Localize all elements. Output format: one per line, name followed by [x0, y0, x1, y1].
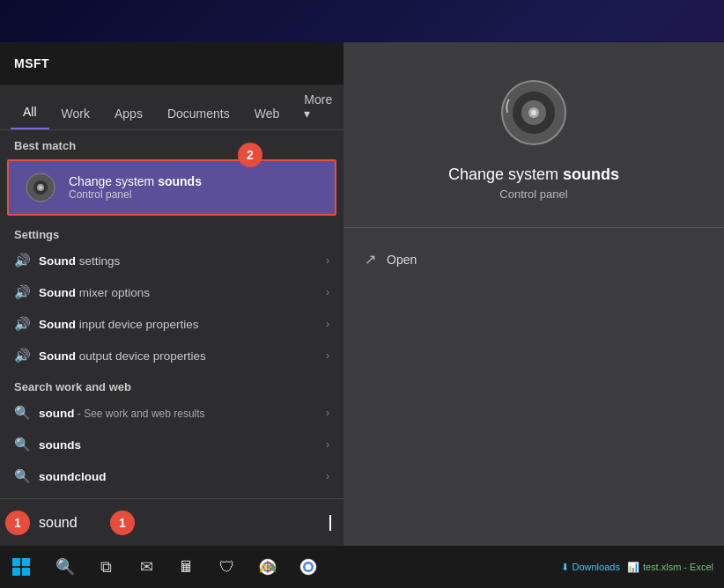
badge-circle-1b: 1: [110, 511, 135, 535]
tab-more[interactable]: More ▾: [292, 84, 344, 129]
excel-label: test.xlsm - Excel: [643, 562, 713, 572]
search-item-sound-web[interactable]: 🔍 sound - See work and web results ›: [0, 397, 344, 429]
search-label-0: sound - See work and web results: [39, 407, 326, 420]
excel-icon: 📊: [627, 562, 639, 573]
taskbar-right: ⬇ Downloads 📊 test.xlsm - Excel: [561, 562, 725, 573]
search-item-sounds[interactable]: 🔍 sounds ›: [0, 429, 344, 460]
chevron-icon-3: ›: [326, 349, 329, 362]
section-best-match: Best match: [0, 130, 344, 156]
svg-rect-10: [22, 558, 30, 566]
search-icon-2: 🔍: [14, 468, 39, 484]
taskbar-chrome2-icon[interactable]: [289, 546, 328, 588]
taskbar-taskview-icon[interactable]: ⧉: [86, 546, 125, 588]
menu-title: MSFT: [14, 56, 49, 70]
taskbar-mail-icon[interactable]: ✉: [127, 546, 166, 588]
search-label-1: sounds: [39, 438, 326, 452]
best-match-title: Change system sounds: [69, 174, 202, 188]
open-icon: ↗: [365, 251, 376, 268]
search-icon-1: 🔍: [14, 437, 39, 452]
svg-rect-11: [12, 568, 20, 576]
right-panel: Change system sounds Control panel ↗ Ope…: [344, 42, 724, 546]
volume-icon: 🔊: [14, 253, 39, 268]
right-title: Change system sounds: [448, 165, 619, 184]
best-match-item[interactable]: Change system sounds Control panel: [7, 159, 336, 216]
right-action-open[interactable]: ↗ Open: [344, 242, 724, 276]
tab-all[interactable]: All: [11, 96, 49, 129]
taskbar-security-icon[interactable]: 🛡: [208, 546, 247, 588]
downloads-label: Downloads: [573, 562, 620, 572]
taskbar-downloads[interactable]: ⬇ Downloads: [561, 562, 620, 573]
download-arrow-icon: ⬇: [561, 562, 569, 573]
right-divider: [344, 227, 724, 228]
taskbar-search-icon[interactable]: 🔍: [46, 546, 85, 588]
best-match-text: Change system sounds Control panel: [69, 174, 202, 201]
right-subtitle: Control panel: [499, 187, 567, 201]
start-button[interactable]: [0, 546, 42, 588]
right-icon-area: [499, 77, 569, 148]
best-match-subtitle: Control panel: [69, 188, 202, 201]
settings-item-output[interactable]: 🔊 Sound output device properties ›: [0, 340, 344, 371]
settings-label-1: Sound mixer options: [39, 286, 326, 299]
chevron-web-0: ›: [326, 407, 329, 419]
settings-label-0: Sound settings: [39, 254, 326, 268]
badge-circle-2: 2: [238, 143, 262, 167]
taskbar-calc-icon[interactable]: 🖩: [167, 546, 206, 588]
svg-point-8: [531, 110, 536, 115]
chevron-icon-2: ›: [326, 318, 329, 330]
settings-item-sound-settings[interactable]: 🔊 Sound settings ›: [0, 245, 344, 276]
settings-label-3: Sound output device properties: [39, 349, 326, 363]
tab-work[interactable]: Work: [49, 98, 102, 129]
tab-documents[interactable]: Documents: [155, 98, 242, 129]
svg-rect-9: [12, 558, 20, 566]
search-cursor: [329, 515, 331, 531]
tab-web[interactable]: Web: [242, 98, 292, 129]
tabs-bar: All Work Apps Documents Web More ▾: [0, 85, 344, 130]
volume-icon-1: 🔊: [14, 284, 39, 300]
start-menu: MSFT All Work Apps Documents Web More ▾: [0, 42, 724, 546]
volume-icon-3: 🔊: [14, 348, 39, 364]
volume-icon-2: 🔊: [14, 316, 39, 332]
left-content: Best match Change system sounds Contr: [0, 130, 344, 546]
tab-apps[interactable]: Apps: [102, 98, 155, 129]
search-item-soundcloud[interactable]: 🔍 soundcloud ›: [0, 460, 344, 492]
taskbar-excel[interactable]: 📊 test.xlsm - Excel: [627, 562, 713, 573]
taskbar-icons: 🔍 ⧉ ✉ 🖩 🛡: [42, 546, 328, 588]
chevron-web-1: ›: [326, 438, 329, 451]
taskbar-chrome-icon[interactable]: [248, 546, 287, 588]
search-bar-area: 🔍: [0, 498, 344, 546]
open-label: Open: [387, 253, 417, 267]
search-icon-0: 🔍: [14, 405, 39, 421]
chevron-icon-0: ›: [326, 254, 329, 267]
svg-point-3: [39, 186, 42, 189]
chevron-icon-1: ›: [326, 286, 329, 298]
menu-header: MSFT: [0, 42, 344, 85]
taskbar: 🔍 ⧉ ✉ 🖩 🛡 ⬇ Downloads: [0, 546, 724, 588]
badge-circle-1: 1: [5, 511, 30, 535]
left-panel: MSFT All Work Apps Documents Web More ▾: [0, 42, 344, 546]
svg-rect-12: [22, 568, 30, 576]
best-match-icon: [23, 170, 58, 205]
settings-label-2: Sound input device properties: [39, 318, 326, 331]
section-search-web: Search work and web: [0, 371, 344, 397]
chevron-web-2: ›: [326, 470, 329, 482]
settings-item-mixer[interactable]: 🔊 Sound mixer options ›: [0, 276, 344, 308]
settings-item-input[interactable]: 🔊 Sound input device properties ›: [0, 308, 344, 340]
search-label-2: soundcloud: [39, 470, 326, 483]
svg-point-18: [306, 564, 312, 570]
search-input[interactable]: [39, 515, 329, 531]
section-settings: Settings: [0, 219, 344, 245]
